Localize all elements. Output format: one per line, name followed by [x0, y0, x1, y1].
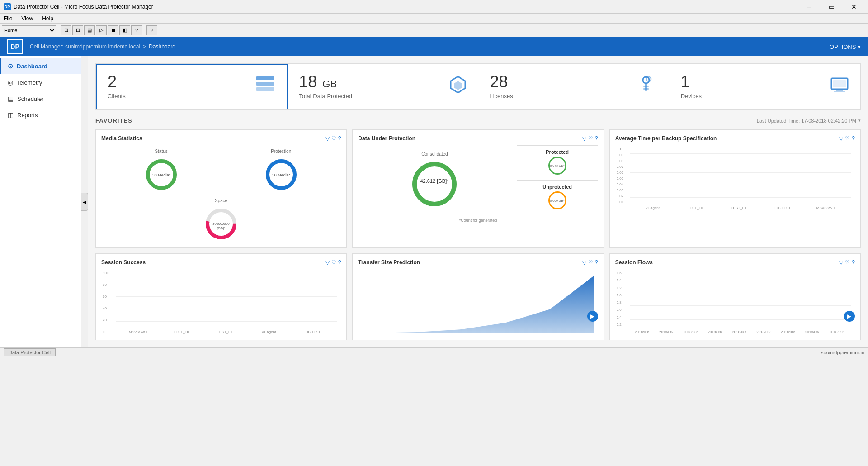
- chart-sf-title: Session Flows: [615, 259, 840, 266]
- unprotected-circle: 0.000 GB*: [548, 191, 566, 209]
- toolbar-btn-1[interactable]: ⊞: [61, 25, 71, 35]
- protection-donut: Protection 30 Media*: [263, 149, 299, 193]
- transfer-next-btn[interactable]: ▶: [587, 311, 598, 322]
- filter-icon[interactable]: ▽: [326, 135, 330, 142]
- heart-icon-sf[interactable]: ♡: [845, 259, 850, 266]
- summary-card-licenses[interactable]: 28 Licenses: [479, 64, 670, 109]
- licenses-label: Licenses: [490, 93, 513, 100]
- flows-next-btn[interactable]: ▶: [844, 311, 855, 322]
- chevron-icon[interactable]: ▾: [858, 118, 861, 124]
- summary-card-clients[interactable]: 2 Clients: [96, 64, 288, 109]
- heart-icon-dup[interactable]: ♡: [588, 135, 593, 142]
- help-icon-dup[interactable]: ?: [595, 135, 598, 142]
- status-bar: Data Protector Cell suoimdppremium.in: [0, 347, 868, 357]
- menu-file[interactable]: File: [2, 15, 14, 22]
- toolbar-help-btn[interactable]: ?: [146, 25, 157, 35]
- chart-media-title: Media Statistics: [101, 135, 326, 142]
- protected-circle: 0.043 GB*: [548, 157, 566, 175]
- help-icon-avg[interactable]: ?: [852, 135, 855, 142]
- svg-text:30 Media*: 30 Media*: [272, 173, 290, 177]
- app-header: DP Cell Manager: suoimdppremium.imdemo.l…: [0, 37, 868, 56]
- main-content: 2 Clients 18 GB Total Data Protected: [88, 56, 868, 347]
- data-number: 18 GB: [299, 74, 352, 90]
- avg-yaxis: 00.010.020.030.040.050.060.070.080.090.1…: [617, 147, 624, 210]
- summary-card-data[interactable]: 18 GB Total Data Protected: [288, 64, 479, 109]
- chart-sf-header: Session Flows ▽ ♡ ?: [615, 259, 855, 266]
- avg-chart-area: 00.010.020.030.040.050.060.070.080.090.1…: [615, 145, 855, 210]
- ss-yaxis: 020406080100: [103, 271, 108, 334]
- heart-icon-avg[interactable]: ♡: [845, 135, 850, 142]
- toolbar-btn-4[interactable]: ▷: [96, 25, 107, 35]
- ts-area-svg: [373, 271, 594, 334]
- heart-icon[interactable]: ♡: [331, 135, 336, 142]
- svg-rect-2: [256, 87, 274, 91]
- sidebar-item-telemetry[interactable]: ◎ Telemetry: [0, 74, 81, 90]
- collapse-btn[interactable]: ◀: [81, 193, 88, 211]
- devices-number: 1: [681, 74, 702, 90]
- help-icon-ts[interactable]: ?: [595, 259, 598, 266]
- protected-value: 0.043 GB*: [550, 164, 565, 167]
- svg-text:42.612 [GB]*: 42.612 [GB]*: [420, 178, 449, 184]
- sidebar-label-scheduler: Scheduler: [17, 95, 44, 102]
- menu-view[interactable]: View: [19, 15, 35, 22]
- help-icon-ss[interactable]: ?: [338, 259, 341, 266]
- svg-text:30 Media*: 30 Media*: [152, 173, 170, 177]
- dup-note: *Count for generated: [358, 218, 598, 223]
- grid-overlay: [630, 147, 851, 210]
- dashboard-icon: ⊙: [8, 62, 13, 70]
- sidebar-item-dashboard[interactable]: ⊙ Dashboard: [0, 58, 81, 74]
- chart-session-success: Session Success ▽ ♡ ? 020406080100: [95, 253, 347, 340]
- sidebar: ⊙ Dashboard ◎ Telemetry ▦ Scheduler ◫ Re…: [0, 56, 81, 347]
- ss-bar-area: 020406080100 MSVSSW T...: [116, 271, 337, 334]
- options-label: OPTIONS ▾: [830, 43, 861, 50]
- clients-number: 2: [108, 74, 126, 90]
- options-button[interactable]: OPTIONS ▾: [830, 43, 861, 50]
- consolidated-donut: 42.612 [GB]*: [410, 159, 459, 209]
- heart-icon-ts[interactable]: ♡: [588, 259, 593, 266]
- heart-icon-ss[interactable]: ♡: [331, 259, 336, 266]
- sidebar-item-reports[interactable]: ◫ Reports: [0, 107, 81, 123]
- maximize-button[interactable]: ▭: [821, 0, 842, 14]
- filter-icon-avg[interactable]: ▽: [839, 135, 843, 142]
- breadcrumb: Cell Manager: suoimdppremium.imdemo.loca…: [30, 43, 175, 50]
- protected-title: Protected: [521, 149, 594, 155]
- avg-bar-area: 00.010.020.030.040.050.060.070.080.090.1…: [630, 147, 851, 210]
- status-tab-main[interactable]: Data Protector Cell: [4, 348, 56, 356]
- sidebar-item-scheduler[interactable]: ▦ Scheduler: [0, 90, 81, 107]
- toolbar-btn-7[interactable]: ?: [131, 25, 142, 35]
- filter-icon-ss[interactable]: ▽: [326, 259, 330, 266]
- close-button[interactable]: ✕: [844, 0, 864, 14]
- home-select[interactable]: Home: [2, 25, 56, 35]
- summary-card-devices-left: 1 Devices: [681, 74, 702, 100]
- toolbar-btn-3[interactable]: ▤: [84, 25, 95, 35]
- favorites-title: FAVORITES: [95, 117, 132, 124]
- menu-help[interactable]: Help: [40, 15, 55, 22]
- licenses-number: 28: [490, 74, 513, 90]
- updated-text: Last Updated Time: 17-08-2018 02:42:20 P…: [757, 118, 856, 124]
- summary-card-devices[interactable]: 1 Devices: [670, 64, 860, 109]
- toolbar-btn-6[interactable]: ◧: [119, 25, 130, 35]
- chart-avg-actions: ▽ ♡ ?: [839, 135, 855, 142]
- sidebar-collapse[interactable]: ◀: [81, 56, 88, 347]
- chart-dup-actions: ▽ ♡ ?: [582, 135, 598, 142]
- svg-text:300000000: 300000000: [212, 222, 230, 226]
- status-donut: Status 30 Media*: [143, 149, 179, 193]
- filter-icon-ts[interactable]: ▽: [582, 259, 586, 266]
- filter-icon-dup[interactable]: ▽: [582, 135, 586, 142]
- app-body: ⊙ Dashboard ◎ Telemetry ▦ Scheduler ◫ Re…: [0, 56, 868, 347]
- breadcrumb-sep: >: [143, 43, 146, 50]
- chart-ss-actions: ▽ ♡ ?: [326, 259, 341, 266]
- favorites-header: FAVORITES Last Updated Time: 17-08-2018 …: [95, 117, 861, 124]
- help-icon[interactable]: ?: [338, 135, 341, 142]
- app-icon: DP: [4, 3, 11, 10]
- sf-chart-area: 00.20.40.60.81.01.21.41.6: [615, 269, 855, 334]
- space-section: Space 300000000 [GB]*: [101, 198, 341, 242]
- svg-rect-1: [256, 82, 274, 86]
- filter-icon-sf[interactable]: ▽: [839, 259, 843, 266]
- minimize-button[interactable]: ─: [798, 0, 819, 14]
- toolbar-btn-5[interactable]: ◼: [108, 25, 118, 35]
- clients-label: Clients: [108, 93, 126, 100]
- toolbar-btn-2[interactable]: ⊡: [72, 25, 83, 35]
- help-icon-sf[interactable]: ?: [852, 259, 855, 266]
- status-bar-right: suoimdppremium.in: [821, 350, 864, 355]
